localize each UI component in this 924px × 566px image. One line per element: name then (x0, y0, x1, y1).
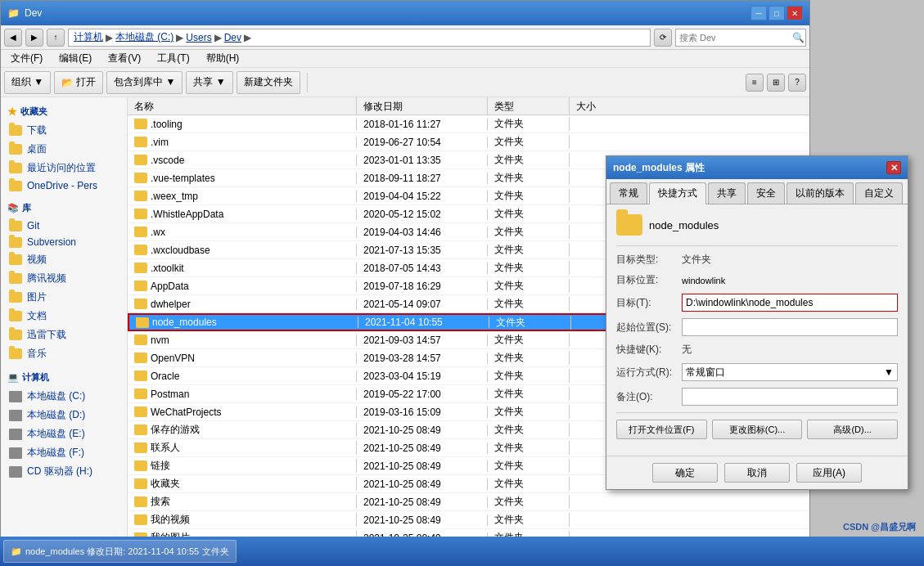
folder-icon (134, 407, 147, 417)
table-row[interactable]: 我的视频 2021-10-25 08:49 文件夹 (128, 511, 809, 529)
col-header-name[interactable]: 名称 (128, 97, 357, 115)
tab-custom[interactable]: 自定义 (855, 182, 903, 204)
file-type: 文件夹 (488, 459, 570, 473)
folder-icon (9, 237, 22, 248)
title-bar: 📁Dev ─ □ ✕ (1, 1, 809, 25)
folder-icon (134, 371, 147, 381)
up-button[interactable]: ↑ (47, 29, 65, 47)
sidebar-item-recent[interactable]: 最近访问的位置 (4, 159, 124, 177)
sidebar-item-drive-e[interactable]: 本地磁盘 (E:) (4, 424, 124, 443)
open-button[interactable]: 📂 打开 (54, 71, 103, 94)
sidebar-item-download[interactable]: 下载 (4, 121, 124, 140)
menu-help[interactable]: 帮助(H) (200, 50, 246, 67)
file-type: 文件夹 (488, 423, 570, 437)
properties-dialog: node_modules 属性 ✕ 常规 快捷方式 共享 安全 以前的版本 自定… (606, 155, 908, 490)
comment-row: 备注(O): (616, 388, 898, 406)
advanced-button[interactable]: 高级(D)... (807, 420, 898, 439)
file-date: 2019-05-22 17:00 (357, 389, 488, 400)
cloud-icon (9, 181, 22, 191)
dialog-icon-name-row: node_modules (616, 214, 898, 236)
taskbar-explorer-item[interactable]: 📁 node_modules 修改日期: 2021-11-04 10:55 文件… (3, 540, 237, 563)
tab-shortcut[interactable]: 快捷方式 (649, 182, 706, 204)
folder-icon (9, 292, 22, 303)
file-type: 文件夹 (488, 495, 570, 509)
path-users[interactable]: Users (186, 32, 211, 43)
taskbar-folder-icon: 📁 (11, 546, 22, 557)
comment-label: 备注(O): (616, 390, 682, 404)
library-icon: 📚 (7, 203, 19, 213)
tab-security[interactable]: 安全 (747, 182, 785, 204)
view-details-button[interactable]: ≡ (746, 74, 764, 92)
sidebar-item-drive-f[interactable]: 本地磁盘 (F:) (4, 443, 124, 462)
dialog-tabs: 常规 快捷方式 共享 安全 以前的版本 自定义 (606, 179, 908, 204)
tab-previous-versions[interactable]: 以前的版本 (787, 182, 854, 204)
file-type: 文件夹 (489, 316, 571, 330)
table-row[interactable]: .tooling 2018-01-16 11:27 文件夹 (128, 115, 809, 133)
close-button[interactable]: ✕ (787, 6, 803, 20)
sidebar-item-drive-c[interactable]: 本地磁盘 (C:) (4, 387, 124, 406)
sidebar-item-xunlei[interactable]: 迅雷下载 (4, 326, 124, 344)
path-drive[interactable]: 本地磁盘 (C:) (115, 30, 174, 44)
view-tiles-button[interactable]: ⊞ (767, 74, 785, 92)
dialog-close-button[interactable]: ✕ (886, 161, 901, 174)
sidebar-item-subversion[interactable]: Subversion (4, 234, 124, 250)
cancel-button[interactable]: 取消 (724, 463, 790, 483)
sidebar-item-drive-d[interactable]: 本地磁盘 (D:) (4, 406, 124, 424)
ok-button[interactable]: 确定 (652, 463, 718, 483)
maximize-button[interactable]: □ (768, 6, 785, 20)
menu-file[interactable]: 文件(F) (4, 50, 49, 67)
share-button[interactable]: 共享 ▼ (186, 71, 232, 94)
menu-tools[interactable]: 工具(T) (151, 50, 196, 67)
target-input[interactable] (682, 294, 898, 312)
minimize-button[interactable]: ─ (750, 6, 767, 20)
sidebar-item-drive-h[interactable]: CD 驱动器 (H:) (4, 462, 124, 481)
open-icon: 📂 (61, 77, 74, 88)
search-input[interactable] (679, 33, 792, 43)
sidebar-item-git[interactable]: Git (4, 218, 124, 234)
path-dev[interactable]: Dev (224, 32, 241, 43)
forward-button[interactable]: ▶ (25, 29, 43, 47)
sidebar-item-video[interactable]: 视频 (4, 250, 124, 269)
file-name: OpenVPN (151, 353, 195, 364)
path-computer[interactable]: 计算机 (74, 30, 103, 44)
file-type: 文件夹 (488, 441, 570, 455)
table-row[interactable]: 搜索 2021-10-25 08:49 文件夹 (128, 493, 809, 511)
table-row[interactable]: .vim 2019-06-27 10:54 文件夹 (128, 133, 809, 151)
sidebar-item-music[interactable]: 音乐 (4, 344, 124, 363)
organize-button[interactable]: 组织 ▼ (4, 71, 51, 94)
menu-view[interactable]: 查看(V) (101, 50, 147, 67)
address-path[interactable]: 计算机 ▶ 本地磁盘 (C:) ▶ Users ▶ Dev ▶ (68, 29, 651, 47)
help-button[interactable]: ? (788, 74, 806, 92)
file-date: 2018-07-05 14:43 (357, 263, 488, 274)
folder-icon (9, 273, 22, 284)
change-icon-button[interactable]: 更改图标(C)... (712, 420, 803, 439)
sidebar-item-docs[interactable]: 文档 (4, 307, 124, 326)
sidebar-item-tencent-video[interactable]: 腾讯视频 (4, 269, 124, 288)
comment-input[interactable] (682, 388, 898, 406)
col-header-size[interactable]: 大小 (570, 97, 635, 115)
file-name: Postman (151, 389, 189, 400)
file-date: 2021-09-03 14:57 (357, 335, 488, 346)
menu-edit[interactable]: 编辑(E) (52, 50, 98, 67)
run-mode-dropdown[interactable]: 常规窗口 ▼ (682, 363, 898, 381)
tab-sharing[interactable]: 共享 (708, 182, 746, 204)
dialog-separator-2 (616, 412, 898, 413)
include-library-button[interactable]: 包含到库中 ▼ (106, 71, 183, 94)
col-header-date[interactable]: 修改日期 (357, 97, 488, 115)
file-name: .wx (151, 227, 165, 238)
tab-general[interactable]: 常规 (610, 182, 647, 204)
folder-icon (134, 173, 147, 183)
refresh-button[interactable]: ⟳ (654, 29, 672, 47)
start-input[interactable] (682, 318, 898, 336)
back-button[interactable]: ◀ (4, 29, 22, 47)
folder-icon (134, 335, 147, 345)
target-location-row: 目标位置: windowlink (616, 273, 898, 287)
open-location-button[interactable]: 打开文件位置(F) (616, 420, 707, 439)
sidebar-item-onedrive[interactable]: OneDrive - Pers (4, 177, 124, 194)
new-folder-button[interactable]: 新建文件夹 (237, 71, 300, 94)
sidebar-item-desktop[interactable]: 桌面 (4, 140, 124, 159)
col-header-type[interactable]: 类型 (488, 97, 570, 115)
sidebar-item-pictures[interactable]: 图片 (4, 288, 124, 307)
apply-button[interactable]: 应用(A) (796, 463, 862, 483)
file-name: .vscode (151, 155, 184, 166)
